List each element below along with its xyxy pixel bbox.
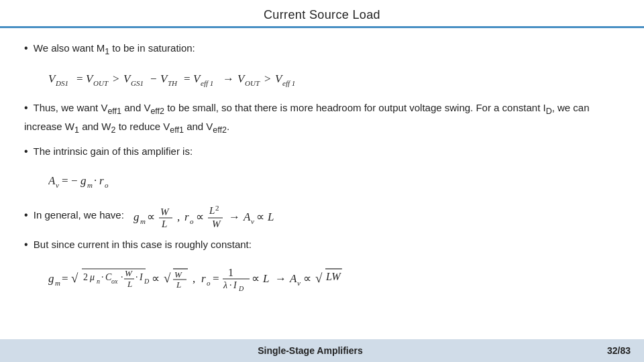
svg-text:=: = (62, 272, 68, 285)
svg-text:·: · (229, 280, 232, 290)
svg-text:→: → (275, 272, 286, 285)
svg-text:r: r (99, 174, 104, 187)
svg-text:L: L (267, 210, 274, 223)
svg-text:D: D (238, 285, 244, 292)
bullet-5: • But since current in this case is roug… (24, 237, 620, 253)
svg-text:eff 1: eff 1 (282, 79, 295, 87)
svg-text:2: 2 (215, 204, 219, 212)
svg-text:·: · (136, 272, 138, 282)
svg-text:−: − (71, 174, 78, 187)
svg-text:W: W (212, 219, 221, 229)
svg-text:g: g (48, 272, 54, 285)
svg-text:∝: ∝ (152, 272, 160, 285)
svg-text:o: o (105, 181, 109, 189)
svg-text:2: 2 (83, 272, 88, 282)
svg-text:√: √ (164, 271, 171, 285)
footer-bar: Single-Stage Amplifiers 32/83 (0, 339, 644, 362)
svg-text:∝: ∝ (196, 210, 204, 223)
footer-center-label: Single-Stage Amplifiers (258, 345, 363, 356)
svg-text:g: g (80, 174, 87, 187)
svg-text:I: I (233, 280, 237, 290)
svg-text:OUT: OUT (245, 79, 260, 87)
svg-text:v: v (297, 279, 301, 287)
svg-text:=: = (62, 174, 68, 187)
svg-text:L: L (161, 219, 167, 229)
svg-text:>: > (113, 72, 119, 85)
svg-text:−: − (150, 72, 157, 85)
svg-text:n: n (97, 278, 100, 285)
svg-text:W: W (160, 206, 170, 217)
bullet-4: • In general, we have: g m ∝ W L , r o ∝… (24, 202, 620, 230)
svg-text:√: √ (315, 271, 323, 285)
svg-text:r: r (201, 272, 206, 285)
svg-text:∝: ∝ (256, 210, 264, 223)
svg-text:m: m (87, 181, 93, 189)
svg-text:m: m (55, 279, 60, 287)
svg-text:∝: ∝ (147, 210, 155, 223)
svg-text:o: o (207, 279, 211, 287)
svg-text:ox: ox (111, 278, 118, 285)
svg-text:√: √ (71, 271, 78, 285)
svg-text:λ: λ (223, 280, 227, 290)
svg-text:,: , (177, 210, 180, 223)
bullet-1: • We also want M1 to be in saturation: (24, 40, 620, 58)
main-content: • We also want M1 to be in saturation: V… (0, 40, 644, 295)
formula-svg-2: A v = − g m · r o (48, 167, 182, 192)
svg-text:g: g (133, 210, 140, 223)
svg-text:·: · (101, 272, 104, 282)
svg-text:∝: ∝ (303, 272, 311, 285)
svg-text:LW: LW (325, 271, 341, 282)
page-title: Current Source Load (0, 0, 644, 26)
svg-text:v: v (251, 217, 254, 225)
svg-text:v: v (56, 181, 59, 189)
bullet-3: • The intrinsic gain of this amplifier i… (24, 143, 620, 160)
svg-text:OUT: OUT (93, 79, 109, 87)
svg-text:m: m (140, 217, 146, 225)
svg-text:DS1: DS1 (55, 79, 68, 87)
svg-text:A: A (289, 272, 297, 285)
svg-text:o: o (190, 217, 194, 225)
svg-text:A: A (243, 210, 251, 223)
bullet-2: • Thus, we want Veff1 and Veff2 to be sm… (24, 100, 620, 137)
svg-text:L: L (262, 272, 269, 285)
svg-text:μ: μ (89, 272, 95, 282)
svg-text:W: W (125, 268, 133, 278)
formula-1: V DS1 = V OUT > V GS1 − V TH = V eff 1 →… (48, 65, 620, 90)
formula-3: g m = √ 2 μ n · C ox · W L · I D ∝ √ W (48, 260, 620, 295)
svg-text:1: 1 (228, 267, 233, 278)
svg-text:A: A (48, 174, 56, 187)
svg-text:=: = (76, 72, 83, 85)
formula-svg-1: V DS1 = V OUT > V GS1 − V TH = V eff 1 →… (48, 65, 404, 90)
title-underline (0, 26, 644, 28)
formula-2: A v = − g m · r o (48, 167, 620, 192)
svg-text:D: D (144, 278, 150, 285)
svg-text:eff 1: eff 1 (201, 79, 213, 87)
formula-svg-4: g m = √ 2 μ n · C ox · W L · I D ∝ √ W (48, 260, 531, 295)
formula-svg-3: g m ∝ W L , r o ∝ L 2 W → A v ∝ L (133, 202, 402, 230)
svg-text:∝: ∝ (252, 272, 260, 285)
svg-text:L: L (209, 205, 215, 216)
svg-text:·: · (94, 174, 97, 187)
svg-text:r: r (184, 210, 189, 223)
svg-text:→: → (229, 210, 240, 223)
svg-text:L: L (127, 279, 132, 289)
svg-text:TH: TH (168, 79, 178, 87)
svg-text:I: I (139, 272, 144, 282)
svg-text:>: > (264, 72, 271, 85)
svg-text:·: · (121, 272, 123, 282)
svg-text:L: L (176, 280, 181, 290)
svg-text:W: W (174, 269, 182, 280)
svg-text:→: → (223, 72, 234, 85)
footer-page: 32/83 (607, 345, 631, 356)
svg-text:GS1: GS1 (131, 79, 144, 87)
svg-text:=: = (184, 72, 191, 85)
svg-text:=: = (213, 272, 219, 285)
svg-text:,: , (193, 272, 195, 285)
